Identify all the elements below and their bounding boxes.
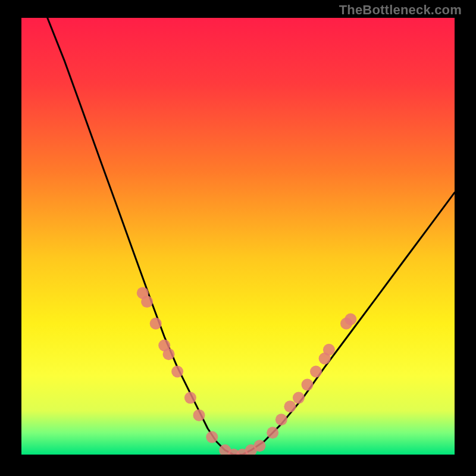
curve-marker bbox=[253, 440, 265, 452]
curve-marker bbox=[345, 314, 356, 325]
curve-marker bbox=[184, 392, 196, 404]
watermark-text: TheBottleneck.com bbox=[339, 2, 462, 18]
curve-marker bbox=[193, 409, 205, 421]
curve-marker bbox=[171, 366, 183, 378]
chart-frame: TheBottleneck.com bbox=[0, 0, 476, 476]
curve-marker bbox=[323, 344, 335, 356]
curve-marker bbox=[150, 318, 162, 330]
curve-marker bbox=[141, 296, 153, 308]
curve-marker bbox=[206, 431, 218, 443]
curve-marker bbox=[267, 427, 278, 439]
chart-svg bbox=[21, 18, 455, 455]
curve-marker bbox=[284, 400, 296, 412]
plot-area bbox=[21, 18, 455, 455]
bottleneck-curve bbox=[48, 18, 455, 455]
curve-marker bbox=[293, 392, 305, 404]
curve-marker bbox=[163, 348, 175, 360]
curve-marker bbox=[310, 366, 322, 378]
curve-markers bbox=[137, 287, 357, 455]
curve-marker bbox=[275, 414, 287, 425]
curve-marker bbox=[302, 379, 314, 391]
